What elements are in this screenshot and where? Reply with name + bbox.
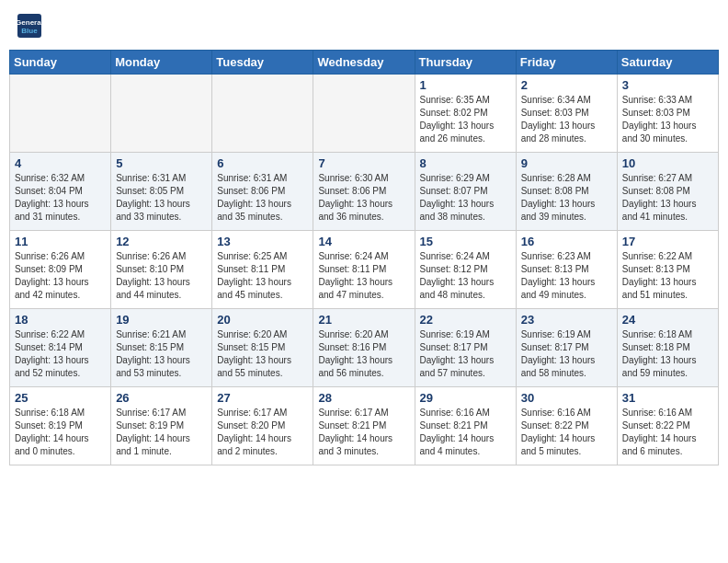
calendar-cell: 4Sunrise: 6:32 AMSunset: 8:04 PMDaylight… [10, 153, 111, 231]
calendar-day-header: Thursday [415, 51, 516, 75]
calendar-cell: 15Sunrise: 6:24 AMSunset: 8:12 PMDayligh… [415, 231, 516, 309]
day-number: 14 [318, 235, 409, 248]
day-number: 7 [318, 156, 409, 170]
logo: General Blue [17, 13, 44, 39]
day-number: 4 [15, 156, 106, 170]
day-number: 16 [521, 235, 612, 248]
day-number: 26 [116, 391, 207, 405]
day-number: 24 [622, 313, 713, 327]
day-info: Sunrise: 6:16 AMSunset: 8:22 PMDaylight:… [622, 407, 713, 458]
day-info: Sunrise: 6:20 AMSunset: 8:15 PMDaylight:… [217, 328, 308, 380]
day-number: 23 [521, 313, 612, 327]
day-info: Sunrise: 6:17 AMSunset: 8:19 PMDaylight:… [116, 407, 207, 458]
logo-icon: General Blue [17, 13, 42, 39]
day-info: Sunrise: 6:18 AMSunset: 8:18 PMDaylight:… [622, 328, 713, 380]
calendar-cell: 31Sunrise: 6:16 AMSunset: 8:22 PMDayligh… [617, 387, 718, 465]
calendar-cell: 12Sunrise: 6:26 AMSunset: 8:10 PMDayligh… [111, 231, 212, 309]
day-info: Sunrise: 6:20 AMSunset: 8:16 PMDaylight:… [318, 328, 409, 380]
day-number: 9 [521, 156, 612, 170]
calendar-cell: 10Sunrise: 6:27 AMSunset: 8:08 PMDayligh… [617, 153, 718, 231]
day-info: Sunrise: 6:33 AMSunset: 8:03 PMDaylight:… [622, 94, 713, 145]
day-info: Sunrise: 6:26 AMSunset: 8:10 PMDaylight:… [116, 250, 207, 302]
calendar-day-header: Tuesday [212, 51, 313, 75]
day-info: Sunrise: 6:16 AMSunset: 8:22 PMDaylight:… [521, 407, 612, 458]
calendar-week-row: 25Sunrise: 6:18 AMSunset: 8:19 PMDayligh… [10, 387, 719, 465]
calendar-day-header: Sunday [10, 51, 111, 75]
page-header: General Blue [9, 9, 719, 42]
day-number: 12 [116, 235, 207, 248]
calendar-day-header: Wednesday [313, 51, 415, 75]
day-info: Sunrise: 6:34 AMSunset: 8:03 PMDaylight:… [521, 94, 612, 145]
calendar-day-header: Saturday [617, 51, 718, 75]
day-number: 31 [622, 391, 713, 405]
calendar-header-row: SundayMondayTuesdayWednesdayThursdayFrid… [10, 51, 719, 75]
calendar-week-row: 11Sunrise: 6:26 AMSunset: 8:09 PMDayligh… [10, 231, 719, 309]
day-info: Sunrise: 6:31 AMSunset: 8:05 PMDaylight:… [116, 172, 207, 224]
day-info: Sunrise: 6:19 AMSunset: 8:17 PMDaylight:… [521, 328, 612, 380]
calendar-cell: 28Sunrise: 6:17 AMSunset: 8:21 PMDayligh… [313, 387, 415, 465]
day-number: 22 [420, 313, 511, 327]
calendar-cell: 5Sunrise: 6:31 AMSunset: 8:05 PMDaylight… [111, 153, 212, 231]
calendar-cell: 16Sunrise: 6:23 AMSunset: 8:13 PMDayligh… [516, 231, 617, 309]
day-number: 29 [420, 391, 511, 405]
day-number: 10 [622, 156, 713, 170]
day-info: Sunrise: 6:35 AMSunset: 8:02 PMDaylight:… [420, 94, 511, 145]
svg-text:General: General [17, 18, 42, 27]
calendar-week-row: 1Sunrise: 6:35 AMSunset: 8:02 PMDaylight… [10, 75, 719, 153]
day-number: 19 [116, 313, 207, 327]
day-info: Sunrise: 6:21 AMSunset: 8:15 PMDaylight:… [116, 328, 207, 380]
day-number: 13 [217, 235, 308, 248]
day-info: Sunrise: 6:17 AMSunset: 8:21 PMDaylight:… [318, 407, 409, 458]
day-info: Sunrise: 6:31 AMSunset: 8:06 PMDaylight:… [217, 172, 308, 224]
calendar-cell: 17Sunrise: 6:22 AMSunset: 8:13 PMDayligh… [617, 231, 718, 309]
day-number: 8 [420, 156, 511, 170]
day-number: 5 [116, 156, 207, 170]
day-info: Sunrise: 6:28 AMSunset: 8:08 PMDaylight:… [521, 172, 612, 224]
day-info: Sunrise: 6:16 AMSunset: 8:21 PMDaylight:… [420, 407, 511, 458]
calendar-week-row: 18Sunrise: 6:22 AMSunset: 8:14 PMDayligh… [10, 309, 719, 387]
calendar-cell: 7Sunrise: 6:30 AMSunset: 8:06 PMDaylight… [313, 153, 415, 231]
calendar-cell: 21Sunrise: 6:20 AMSunset: 8:16 PMDayligh… [313, 309, 415, 387]
day-number: 28 [318, 391, 409, 405]
calendar-cell [10, 75, 111, 153]
day-number: 30 [521, 391, 612, 405]
day-info: Sunrise: 6:32 AMSunset: 8:04 PMDaylight:… [15, 172, 106, 224]
day-info: Sunrise: 6:19 AMSunset: 8:17 PMDaylight:… [420, 328, 511, 380]
calendar-cell: 13Sunrise: 6:25 AMSunset: 8:11 PMDayligh… [212, 231, 313, 309]
day-info: Sunrise: 6:26 AMSunset: 8:09 PMDaylight:… [15, 250, 106, 302]
day-info: Sunrise: 6:22 AMSunset: 8:14 PMDaylight:… [15, 328, 106, 380]
day-number: 1 [420, 78, 511, 92]
calendar-cell [212, 75, 313, 153]
calendar-day-header: Monday [111, 51, 212, 75]
calendar-cell: 29Sunrise: 6:16 AMSunset: 8:21 PMDayligh… [415, 387, 516, 465]
calendar-cell: 19Sunrise: 6:21 AMSunset: 8:15 PMDayligh… [111, 309, 212, 387]
day-number: 25 [15, 391, 106, 405]
calendar-cell: 27Sunrise: 6:17 AMSunset: 8:20 PMDayligh… [212, 387, 313, 465]
calendar-cell: 26Sunrise: 6:17 AMSunset: 8:19 PMDayligh… [111, 387, 212, 465]
calendar-cell: 30Sunrise: 6:16 AMSunset: 8:22 PMDayligh… [516, 387, 617, 465]
day-number: 3 [622, 78, 713, 92]
day-info: Sunrise: 6:24 AMSunset: 8:12 PMDaylight:… [420, 250, 511, 302]
day-info: Sunrise: 6:30 AMSunset: 8:06 PMDaylight:… [318, 172, 409, 224]
calendar-cell: 11Sunrise: 6:26 AMSunset: 8:09 PMDayligh… [10, 231, 111, 309]
day-info: Sunrise: 6:17 AMSunset: 8:20 PMDaylight:… [217, 407, 308, 458]
day-number: 2 [521, 78, 612, 92]
day-number: 17 [622, 235, 713, 248]
day-number: 18 [15, 313, 106, 327]
calendar-table: SundayMondayTuesdayWednesdayThursdayFrid… [9, 50, 719, 465]
calendar-cell [111, 75, 212, 153]
day-number: 11 [15, 235, 106, 248]
calendar-cell: 9Sunrise: 6:28 AMSunset: 8:08 PMDaylight… [516, 153, 617, 231]
calendar-cell: 20Sunrise: 6:20 AMSunset: 8:15 PMDayligh… [212, 309, 313, 387]
calendar-cell: 25Sunrise: 6:18 AMSunset: 8:19 PMDayligh… [10, 387, 111, 465]
day-number: 15 [420, 235, 511, 248]
svg-text:Blue: Blue [21, 27, 38, 35]
calendar-day-header: Friday [516, 51, 617, 75]
day-number: 27 [217, 391, 308, 405]
calendar-cell: 24Sunrise: 6:18 AMSunset: 8:18 PMDayligh… [617, 309, 718, 387]
day-info: Sunrise: 6:25 AMSunset: 8:11 PMDaylight:… [217, 250, 308, 302]
calendar-cell: 8Sunrise: 6:29 AMSunset: 8:07 PMDaylight… [415, 153, 516, 231]
day-number: 21 [318, 313, 409, 327]
calendar-cell [313, 75, 415, 153]
day-info: Sunrise: 6:23 AMSunset: 8:13 PMDaylight:… [521, 250, 612, 302]
